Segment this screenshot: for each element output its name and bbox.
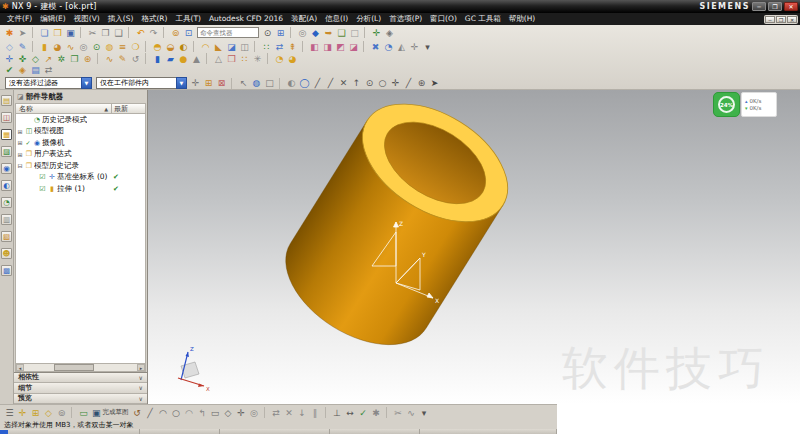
trim-corner-icon[interactable]: ↰ [196,407,209,419]
datum-plane-icon[interactable]: ◇ [3,41,16,53]
menu-item[interactable]: 插入(S) [104,14,138,24]
pattern-geometry-icon[interactable]: ∷ [238,53,251,65]
cut-icon[interactable]: ✂ [86,27,99,39]
snap-tangent-icon[interactable]: ⊛ [415,77,428,89]
history-icon[interactable]: ◔ [1,197,12,208]
revolve-icon[interactable]: ◕ [51,41,64,53]
graphics-viewport[interactable]: Z Y X Z X 24% ▴0K/s ▾0K/s 软件技巧 [148,90,800,404]
circle-icon[interactable]: ○ [170,407,183,419]
sketch-icon[interactable]: ✎ [16,41,29,53]
child-restore-button[interactable]: ❐ [776,16,786,23]
sphere-icon[interactable]: ● [177,53,190,65]
wave-geometry-icon[interactable]: ◕ [286,53,299,65]
edge-blend-icon[interactable]: ◠ [199,41,212,53]
expander-icon[interactable]: ⊞ [16,151,24,158]
column-header-name[interactable]: 名称 ▲ [16,104,111,113]
feature-checkbox[interactable]: ☑ [38,173,47,181]
save-icon[interactable]: ▣ [64,27,77,39]
extrude-icon[interactable]: ▮ [38,41,51,53]
offset-face-icon[interactable]: ⇞ [286,41,299,53]
node-label[interactable]: 模型历史记录 [34,161,79,171]
geometric-constraint-icon[interactable]: ⊥ [331,407,344,419]
menu-item[interactable]: 分析(L) [352,14,385,24]
helix-icon[interactable]: ↺ [129,53,142,65]
row-model-views[interactable]: ⊞ ◫ 模型视图 [16,126,145,138]
point-icon[interactable]: ✛ [235,407,248,419]
wcs-triad[interactable]: Z X [178,346,210,392]
copy-icon[interactable]: ❐ [99,27,112,39]
profile-icon[interactable]: ↺ [131,407,144,419]
section-preview[interactable]: 预览 ∨ [14,394,147,405]
rib-icon[interactable]: ≡ [116,41,129,53]
check-mate-icon[interactable]: ✔ [3,64,16,76]
line-icon[interactable]: ╱ [144,407,157,419]
top-selection-icon[interactable]: ↖ [237,77,250,89]
chevron-down-icon[interactable]: ▼ [176,77,187,89]
pull-face-icon[interactable]: ◨ [321,41,334,53]
snap-point-toggle-icon[interactable]: ✛ [189,77,202,89]
move-face-icon[interactable]: ◧ [308,41,321,53]
menu-item[interactable]: Autodesk CFD 2016 [205,14,287,24]
edit-curve-icon[interactable]: ✂ [392,407,405,419]
start-icon[interactable]: ✱ [3,27,16,39]
expander-icon[interactable]: ⊞ [16,139,24,146]
derived-line-icon[interactable]: ∥ [309,407,322,419]
trim-body-icon[interactable]: ◪ [225,41,238,53]
node-label[interactable]: 基准坐标系 (0) [57,172,108,182]
datum-shortcut-icon[interactable]: ◇ [42,407,55,419]
finish-sketch-button[interactable]: ▣ 完成草图 [90,407,131,419]
intersection-point-icon[interactable]: ✕ [283,407,296,419]
adaptive-shell-icon[interactable]: ✛ [408,41,421,53]
reuse-library-icon[interactable]: ▨ [1,146,12,157]
part-navigator-icon[interactable]: ▦ [1,129,12,140]
new-icon[interactable]: ❏ [38,27,51,39]
inside-rectangle-icon[interactable]: □ [263,77,276,89]
offset-region-icon[interactable]: ◩ [334,41,347,53]
hole-icon[interactable]: ⊙ [90,41,103,53]
row-history-mode[interactable]: ◔ 历史记录模式 [16,114,145,126]
restore-button[interactable]: ❐ [768,2,782,11]
scroll-right-icon[interactable]: ▸ [137,364,145,371]
tree-horizontal-scrollbar[interactable]: ◂ ▸ [15,364,146,372]
fillet-icon[interactable]: ◠ [183,407,196,419]
chevron-down-icon[interactable]: ▼ [81,77,92,89]
show-constraints-icon[interactable]: ✱ [370,407,383,419]
shell-icon[interactable]: ❍ [129,41,142,53]
snap-mid-icon[interactable]: ╱ [324,77,337,89]
search-icon[interactable]: ⊙ [261,27,274,39]
mirror-curve-icon[interactable]: ⇄ [270,407,283,419]
fan-icon[interactable]: ✳ [251,53,264,65]
touch-bar-icon[interactable]: ➤ [16,27,29,39]
chamfer-icon[interactable]: ◣ [212,41,225,53]
project-curve-icon[interactable]: ↓ [296,407,309,419]
hd3d-tools-icon[interactable]: ◉ [1,163,12,174]
wireframe-filter-icon[interactable]: ◯ [298,77,311,89]
move-object-icon[interactable]: ✛ [370,27,383,39]
minimize-button[interactable]: ─ [752,2,766,11]
constraint-navigator-icon[interactable]: ◫ [1,112,12,123]
report-icon[interactable]: ▤ [29,64,42,76]
select-all-icon[interactable]: ⊞ [202,77,215,89]
section-details[interactable]: 细节 ∨ [14,383,147,394]
text-tool-icon[interactable]: ✎ [116,53,129,65]
snap-center-icon[interactable]: ⊙ [363,77,376,89]
menu-item[interactable]: 编辑(E) [36,14,70,24]
draft-analysis-icon[interactable]: △ [212,53,225,65]
snap-end-icon[interactable]: ╱ [311,77,324,89]
scroll-left-icon[interactable]: ◂ [16,364,24,371]
cursor-icon[interactable]: ➤ [428,77,441,89]
shaded-filter-icon[interactable]: ◐ [285,77,298,89]
selection-filter-dropdown[interactable]: 没有选择过滤器 ▼ [5,77,92,89]
snap-point-on-curve-icon[interactable]: ╱ [402,77,415,89]
more-features-icon[interactable]: ▾ [421,41,434,53]
cylinder-solid[interactable] [265,90,528,369]
command-finder-input[interactable] [197,27,259,38]
boss-icon[interactable]: ◍ [103,41,116,53]
wave-link-icon[interactable]: ◔ [273,53,286,65]
snap-intersect-icon[interactable]: ✕ [337,77,350,89]
menu-item[interactable]: 文件(F) [3,14,36,24]
orient-sketch-icon[interactable]: ⊚ [55,407,68,419]
auto-constrain-icon[interactable]: ✓ [357,407,370,419]
unite-icon[interactable]: ◓ [151,41,164,53]
snap-existing-point-icon[interactable]: ✛ [389,77,402,89]
